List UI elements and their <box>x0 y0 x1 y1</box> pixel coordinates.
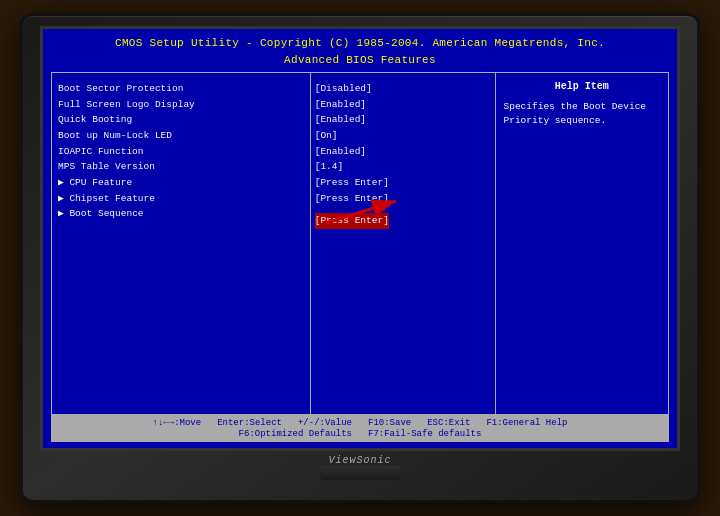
bottom-row-2: F6:Optimized Defaults F7:Fail-Safe defau… <box>239 429 482 439</box>
menu-item-1[interactable]: Full Screen Logo Display <box>58 97 304 113</box>
menu-item-0[interactable]: Boot Sector Protection <box>58 81 304 97</box>
menu-item-3[interactable]: Boot up Num-Lock LED <box>58 128 304 144</box>
bios-title: CMOS Setup Utility - Copyright (C) 1985-… <box>51 35 669 68</box>
menu-values-panel: [Disabled] [Enabled] [Enabled] [On] [Ena… <box>311 73 496 414</box>
menu-item-5[interactable]: MPS Table Version <box>58 159 304 175</box>
value-7: [Press Enter] <box>315 191 491 207</box>
monitor: CMOS Setup Utility - Copyright (C) 1985-… <box>20 13 700 503</box>
menu-item-2[interactable]: Quick Booting <box>58 112 304 128</box>
menu-item-7[interactable]: Chipset Feature <box>58 191 304 207</box>
nav-hint-save: F10:Save <box>368 418 411 428</box>
screen: CMOS Setup Utility - Copyright (C) 1985-… <box>40 26 680 451</box>
menu-labels-panel: Boot Sector Protection Full Screen Logo … <box>52 73 311 414</box>
nav-hint-failsafe: F7:Fail-Safe defaults <box>368 429 481 439</box>
value-8-highlighted[interactable]: [Press Enter] <box>315 213 389 229</box>
value-8-container: [Press Enter] <box>315 206 491 232</box>
menu-item-8[interactable]: Boot Sequence <box>58 206 304 222</box>
help-title: Help Item <box>504 81 660 92</box>
nav-hint-optimized: F6:Optimized Defaults <box>239 429 352 439</box>
nav-hint-value: +/-/:Value <box>298 418 352 428</box>
value-5: [1.4] <box>315 159 491 175</box>
value-1: [Enabled] <box>315 97 491 113</box>
monitor-stand <box>320 466 400 480</box>
menu-item-6[interactable]: CPU Feature <box>58 175 304 191</box>
menu-item-4[interactable]: IOAPIC Function <box>58 144 304 160</box>
help-text: Specifies the Boot Device Priority seque… <box>504 100 660 129</box>
value-2: [Enabled] <box>315 112 491 128</box>
nav-hint-move: ↑↓←→:Move <box>153 418 202 428</box>
value-0: [Disabled] <box>315 81 491 97</box>
bottom-row-1: ↑↓←→:Move Enter:Select +/-/:Value F10:Sa… <box>153 418 568 428</box>
value-6: [Press Enter] <box>315 175 491 191</box>
monitor-brand: ViewSonic <box>328 455 391 466</box>
nav-hint-select: Enter:Select <box>217 418 282 428</box>
value-4: [Enabled] <box>315 144 491 160</box>
value-3: [On] <box>315 128 491 144</box>
help-panel: Help Item Specifies the Boot Device Prio… <box>496 73 668 414</box>
nav-hint-exit: ESC:Exit <box>427 418 470 428</box>
nav-hint-help: F1:General Help <box>486 418 567 428</box>
bottom-bar: ↑↓←→:Move Enter:Select +/-/:Value F10:Sa… <box>51 415 669 442</box>
